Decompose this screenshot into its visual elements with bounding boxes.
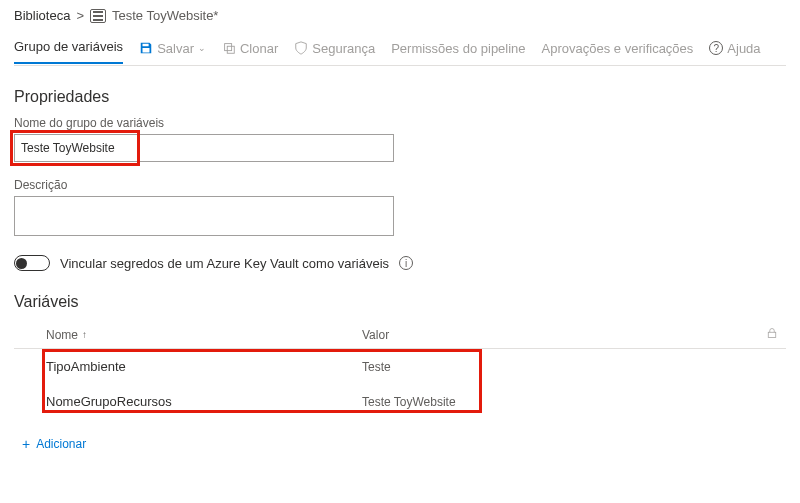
plus-icon: + [22,437,30,451]
properties-title: Propriedades [14,88,786,106]
tab-variable-group[interactable]: Grupo de variáveis [14,33,123,64]
col-name-label[interactable]: Nome [46,328,78,342]
variable-group-icon [90,9,106,23]
shield-icon [294,41,308,55]
breadcrumb-current: Teste ToyWebsite* [112,8,218,23]
help-icon: ? [709,41,723,55]
col-value-label[interactable]: Valor [362,328,754,342]
keyvault-toggle-label: Vincular segredos de um Azure Key Vault … [60,256,389,271]
svg-rect-0 [225,44,232,51]
help-button[interactable]: ? Ajuda [709,41,760,56]
var-name[interactable]: NomeGrupoRecursos [22,394,362,409]
save-label: Salvar [157,41,194,56]
description-label: Descrição [14,178,786,192]
help-label: Ajuda [727,41,760,56]
clone-icon [222,41,236,55]
save-button[interactable]: Salvar ⌄ [139,41,206,56]
name-label: Nome do grupo de variáveis [14,116,786,130]
chevron-down-icon: ⌄ [198,43,206,53]
keyvault-toggle[interactable] [14,255,50,271]
sort-asc-icon: ↑ [82,329,87,340]
variables-header: Nome ↑ Valor [14,321,786,349]
security-label: Segurança [312,41,375,56]
pipeline-permissions-button[interactable]: Permissões do pipeline [391,41,525,56]
clone-button[interactable]: Clonar [222,41,278,56]
var-name[interactable]: TipoAmbiente [22,359,362,374]
variables-title: Variáveis [14,293,786,311]
name-input[interactable] [14,134,394,162]
table-row[interactable]: TipoAmbiente Teste [14,349,786,384]
svg-rect-2 [768,332,776,337]
save-icon [139,41,153,55]
var-value[interactable]: Teste ToyWebsite [362,395,778,409]
add-variable-button[interactable]: + Adicionar [14,437,786,451]
lock-icon [754,327,778,342]
approvals-label: Aprovações e verificações [542,41,694,56]
clone-label: Clonar [240,41,278,56]
add-label: Adicionar [36,437,86,451]
variables-rows: TipoAmbiente Teste NomeGrupoRecursos Tes… [14,349,786,419]
breadcrumb-root[interactable]: Biblioteca [14,8,70,23]
svg-rect-1 [227,46,234,53]
var-value[interactable]: Teste [362,360,778,374]
security-button[interactable]: Segurança [294,41,375,56]
info-icon[interactable]: i [399,256,413,270]
pipeline-permissions-label: Permissões do pipeline [391,41,525,56]
approvals-button[interactable]: Aprovações e verificações [542,41,694,56]
description-input[interactable] [14,196,394,236]
table-row[interactable]: NomeGrupoRecursos Teste ToyWebsite [14,384,786,419]
toolbar: Grupo de variáveis Salvar ⌄ Clonar Segur… [14,33,786,66]
breadcrumb-separator: > [76,8,84,23]
breadcrumb: Biblioteca > Teste ToyWebsite* [14,8,786,23]
